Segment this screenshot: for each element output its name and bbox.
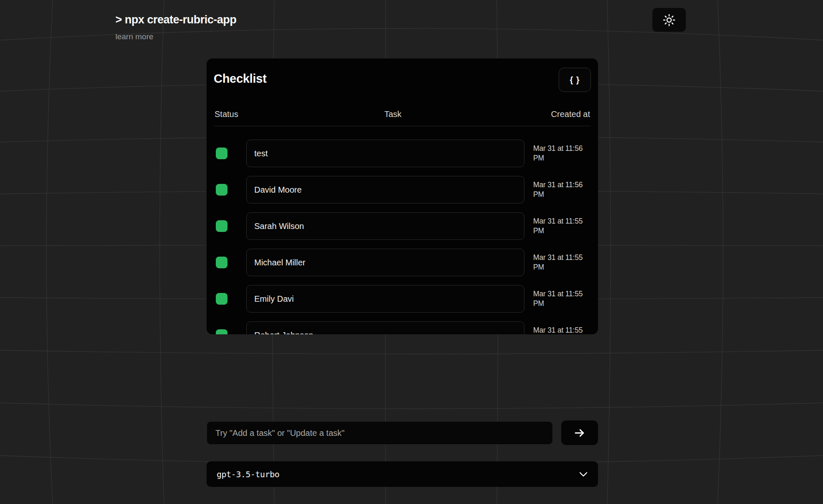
task-checkbox[interactable] [216,184,227,196]
table-row: Mar 31 at 11:56 PM [214,140,591,167]
app-header: > npx create-rubric-app learn more [115,13,236,41]
table-row: Mar 31 at 11:55 PM [214,321,591,334]
task-command-input[interactable] [207,421,553,445]
task-input[interactable] [246,249,524,276]
task-input[interactable] [246,285,524,313]
checklist-title: Checklist [214,72,266,86]
task-input[interactable] [246,321,524,334]
checklist-card: Checklist { } Status Task Created at Mar… [207,59,598,334]
task-input[interactable] [246,212,524,240]
task-input[interactable] [246,140,524,167]
task-checkbox[interactable] [216,220,227,232]
model-select-value: gpt-3.5-turbo [217,469,279,479]
column-header-created-at: Created at [532,109,591,119]
task-checkbox[interactable] [216,329,227,334]
table-row: Mar 31 at 11:55 PM [214,249,591,276]
task-list: Mar 31 at 11:56 PM Mar 31 at 11:56 PM Ma… [214,140,591,334]
table-row: Mar 31 at 11:55 PM [214,285,591,313]
theme-toggle-button[interactable] [652,8,686,32]
created-at-label: Mar 31 at 11:55 PM [533,326,591,334]
checklist-card-header: Checklist { } [214,59,591,92]
table-row: Mar 31 at 11:56 PM [214,176,591,204]
created-at-label: Mar 31 at 11:56 PM [533,180,591,199]
created-at-label: Mar 31 at 11:55 PM [533,216,591,236]
task-checkbox[interactable] [216,293,227,305]
table-column-headers: Status Task Created at [214,109,591,119]
column-header-status: Status [214,109,254,119]
task-checkbox[interactable] [216,257,227,268]
app-title: > npx create-rubric-app [115,13,236,26]
learn-more-link[interactable]: learn more [115,32,153,41]
created-at-label: Mar 31 at 11:55 PM [533,253,591,272]
arrow-right-icon [573,427,586,439]
submit-task-button[interactable] [561,420,598,445]
task-input[interactable] [246,176,524,204]
table-row: Mar 31 at 11:55 PM [214,212,591,240]
sun-icon [663,14,675,26]
created-at-label: Mar 31 at 11:55 PM [533,289,591,308]
created-at-label: Mar 31 at 11:56 PM [533,144,591,163]
task-checkbox[interactable] [216,148,227,159]
chevron-down-icon [579,471,588,477]
column-header-task: Task [254,109,532,119]
header-divider [214,126,591,126]
model-select[interactable]: gpt-3.5-turbo [207,461,598,487]
json-view-button[interactable]: { } [559,68,591,92]
